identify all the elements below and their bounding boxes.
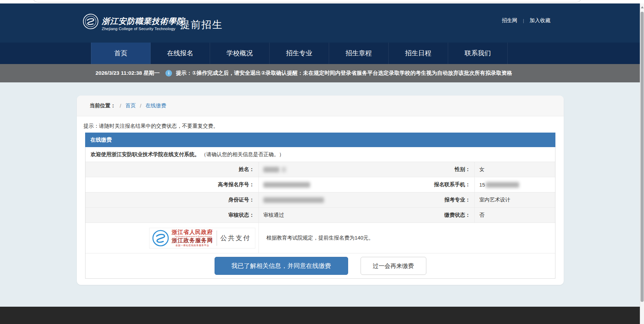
- site-header: 浙江安防職業技術學院 Zhejiang College of Security …: [0, 3, 640, 43]
- field-value: [259, 162, 383, 177]
- redacted-value-blob: [263, 197, 324, 203]
- table-row: 姓名：性别：女: [85, 162, 555, 177]
- field-value: 审核通过: [259, 208, 383, 223]
- redacted-value-blob: [486, 182, 519, 188]
- nav-tab-4[interactable]: 招生章程: [329, 43, 389, 64]
- payment-provider-row: 浙江省人民政府 The People's Government of Zheji…: [85, 223, 555, 253]
- header-links: 招生网 | 加入收藏: [502, 17, 550, 24]
- table-row: 身份证号：报考专业：室内艺术设计: [85, 192, 555, 208]
- payment-provider-cell: 浙江省人民政府 The People's Government of Zheji…: [85, 223, 259, 253]
- school-name-zh: 浙江安防職業技術學院: [102, 17, 185, 26]
- field-label: 报名联系手机：: [383, 177, 475, 192]
- field-value: [259, 177, 383, 192]
- redacted-value-blob: [281, 167, 286, 172]
- gov-line1-en: The People's Government of Zhejiang Prov…: [175, 235, 210, 237]
- page: 浙江安防職業技術學院 Zhejiang College of Security …: [0, 0, 644, 324]
- gov-line1: 浙江省人民政府: [172, 230, 213, 235]
- welcome-row: 欢迎使用浙江安防职业技术学院在线支付系统。 （请确认您的相关信息是否正确。）: [85, 147, 555, 162]
- nav-tab-6[interactable]: 联系我们: [448, 43, 508, 64]
- value-text: 否: [479, 212, 484, 218]
- notice-text: 提示：①操作完成之后，请安全退出②录取确认提醒：未在规定时间内登录省服务平台选定…: [176, 70, 512, 77]
- redacted-value-blob: [263, 182, 310, 188]
- field-value: 室内艺术设计: [475, 192, 555, 207]
- nav-tab-3[interactable]: 招生专业: [270, 43, 329, 64]
- breadcrumb: 当前位置： / 首页 / 在线缴费: [77, 96, 564, 116]
- payment-tip-text: 提示：请随时关注报名结果中的交费状态，不要重复交费。: [83, 123, 555, 129]
- fee-note: 根据教育考试院规定，提前生报名费为140元。: [259, 223, 555, 253]
- main-navigation: 首页在线报名学校概况招生专业招生章程招生日程联系我们: [0, 43, 640, 64]
- scrollbar-up-arrow-icon[interactable]: [641, 6, 644, 8]
- field-label: 报考专业：: [383, 192, 475, 207]
- applicant-info-table: 姓名：性别：女高考报名序号：报名联系手机：15身份证号：报考专业：室内艺术设计审…: [85, 162, 555, 223]
- notice-bar: 2026/3/23 11:02:38 星期一 i 提示：①操作完成之后，请安全退…: [0, 64, 640, 82]
- field-value: [259, 192, 383, 207]
- panel-body: 欢迎使用浙江安防职业技术学院在线支付系统。 （请确认您的相关信息是否正确。） 姓…: [85, 147, 555, 279]
- site-footer: [0, 307, 640, 324]
- field-label: 身份证号：: [85, 192, 259, 207]
- breadcrumb-link-payment[interactable]: 在线缴费: [145, 102, 166, 109]
- breadcrumb-separator: /: [120, 103, 121, 109]
- field-value: 女: [475, 162, 555, 177]
- breadcrumb-separator: /: [140, 103, 141, 109]
- welcome-note: （请确认您的相关信息是否正确。）: [201, 151, 284, 157]
- field-label: 审核状态：: [85, 208, 259, 223]
- pay-later-button[interactable]: 过一会再来缴费: [361, 257, 426, 275]
- datetime-text: 2026/3/23 11:02:38 星期一: [96, 70, 160, 77]
- value-text: 室内艺术设计: [479, 197, 510, 203]
- field-label: 性别：: [383, 162, 475, 177]
- welcome-text: 欢迎使用浙江安防职业技术学院在线支付系统。: [91, 151, 200, 157]
- table-row: 高考报名序号：报名联系手机：15: [85, 177, 555, 192]
- field-label: 姓名：: [85, 162, 259, 177]
- site: 浙江安防職業技術學院 Zhejiang College of Security …: [0, 3, 640, 324]
- field-value: 15: [475, 177, 555, 192]
- redacted-value-blob: [263, 167, 279, 172]
- browser-chrome-strip: [0, 0, 644, 3]
- scrollbar-thumb[interactable]: [641, 12, 644, 302]
- field-label: 缴费状态：: [383, 208, 475, 223]
- value-visible-prefix: 15: [479, 182, 485, 188]
- gov-logo-text: 浙江省人民政府 The People's Government of Zheji…: [172, 230, 213, 246]
- gov-line2: 浙江政务服务网: [172, 238, 213, 243]
- gov-logo-divider: [217, 231, 217, 246]
- add-favorite-link[interactable]: 加入收藏: [529, 17, 550, 24]
- school-name-block: 浙江安防職業技術學院 Zhejiang College of Security …: [102, 17, 185, 31]
- nav-tab-1[interactable]: 在线报名: [151, 43, 210, 64]
- value-text: 审核通过: [263, 212, 284, 218]
- breadcrumb-label: 当前位置：: [90, 102, 116, 109]
- info-icon: i: [165, 70, 172, 76]
- content-area: 当前位置： / 首页 / 在线缴费 提示：请随时关注报名结果中的交费状态，不要重…: [0, 82, 640, 307]
- nav-tab-5[interactable]: 招生日程: [389, 43, 448, 64]
- school-emblem-icon: [83, 14, 99, 29]
- panel-title: 在线缴费: [85, 133, 555, 147]
- online-payment-panel: 在线缴费 欢迎使用浙江安防职业技术学院在线支付系统。 （请确认您的相关信息是否正…: [85, 133, 555, 279]
- gov-emblem-icon: [152, 230, 169, 247]
- gov-line3: 全国一体化在线政务服务平台: [172, 244, 213, 246]
- public-pay-label: 公共支付: [220, 234, 255, 243]
- page-title: 提前招生: [180, 18, 223, 32]
- nav-tab-0[interactable]: 首页: [91, 43, 151, 64]
- vertical-scrollbar[interactable]: [640, 3, 644, 324]
- header-links-divider: |: [523, 18, 524, 23]
- admission-site-link[interactable]: 招生网: [502, 17, 517, 24]
- action-button-row: 我已了解相关信息，并同意在线缴费 过一会再来缴费: [85, 253, 555, 278]
- agree-pay-button[interactable]: 我已了解相关信息，并同意在线缴费: [215, 257, 348, 275]
- value-text: 女: [479, 166, 484, 173]
- breadcrumb-link-home[interactable]: 首页: [125, 102, 136, 109]
- zhejiang-gov-pay-logo: 浙江省人民政府 The People's Government of Zheji…: [149, 228, 255, 249]
- payment-card: 当前位置： / 首页 / 在线缴费 提示：请随时关注报名结果中的交费状态，不要重…: [77, 96, 564, 285]
- nav-tab-2[interactable]: 学校概况: [210, 43, 270, 64]
- browser-address-bar[interactable]: [33, 0, 581, 2]
- school-name-en: Zhejiang College of Security Technology: [102, 26, 185, 31]
- field-value: 否: [475, 208, 555, 223]
- field-label: 高考报名序号：: [85, 177, 259, 192]
- table-row: 审核状态：审核通过缴费状态：否: [85, 208, 555, 223]
